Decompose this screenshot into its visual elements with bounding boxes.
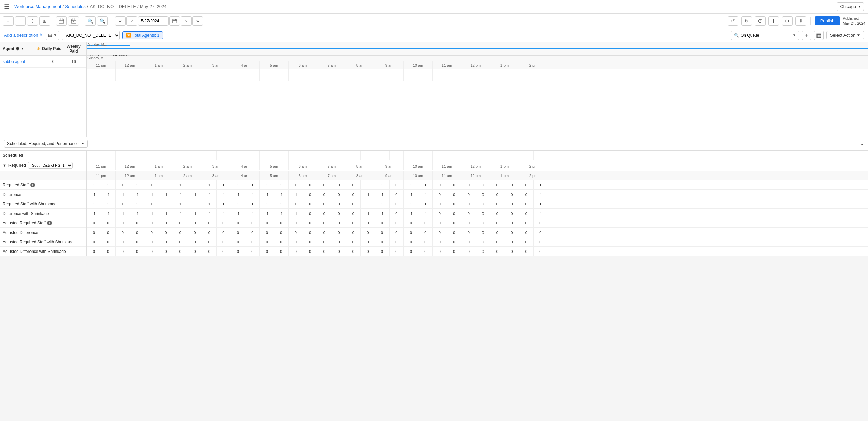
cell-r7-c5: 0	[159, 247, 174, 256]
cell-r4-c1: 0	[101, 218, 116, 227]
queue-search-input[interactable]	[741, 33, 791, 38]
cell-r2-c18: 0	[346, 199, 361, 208]
cell-r7-c20: 0	[375, 247, 390, 256]
breadcrumb-schedule-name: AK_DO_NOT_DELETE	[90, 4, 136, 9]
cell-r4-c0: 0	[87, 218, 101, 227]
breadcrumb: Workforce Management / Schedules / AK_DO…	[14, 4, 835, 9]
sched-cell	[245, 151, 260, 160]
more-button[interactable]: ⋮	[27, 16, 38, 26]
tc-9am	[375, 69, 404, 81]
queue-search[interactable]: 🔍 ▼	[731, 31, 799, 40]
filter-button[interactable]: 🔽 Total Agents: 1	[122, 31, 163, 39]
time-slots-container: Sunday, M... 11 pm 12 am 1 am 2 am 3 am …	[87, 56, 868, 69]
info-button[interactable]: ℹ	[768, 16, 779, 26]
bottom-toolbar-right: ⋮ ⌄	[851, 140, 864, 147]
cell-r6-c28: 0	[490, 237, 505, 246]
download-button[interactable]: ⬇	[795, 16, 806, 26]
cell-r4-c26: 0	[461, 218, 476, 227]
cell-r5-c16: 0	[317, 228, 332, 237]
data-row-7: 00000000000000000000000000000000	[87, 247, 868, 256]
sunday-mini-label: Sunday, M...	[87, 56, 106, 60]
calendar-picker-button[interactable]	[169, 16, 180, 26]
cell-r6-c23: 0	[418, 237, 433, 246]
cell-r3-c14: -1	[289, 209, 303, 218]
cell-r3-c0: -1	[87, 209, 101, 218]
redo-button[interactable]: ↻	[741, 16, 752, 26]
cell-r6-c9: 0	[217, 237, 231, 246]
cell-r1-c12: -1	[260, 190, 274, 199]
sched-cell	[433, 151, 447, 160]
settings-button[interactable]: ⚙	[782, 16, 793, 26]
calendar2-button[interactable]	[68, 16, 79, 26]
add-description-button[interactable]: Add a description ✎	[4, 33, 43, 38]
bottom-time-slots-row: 11 pm12 am1 am2 am3 am4 am5 am6 am7 am8 …	[87, 171, 868, 180]
agent-name[interactable]: subbu agent	[3, 59, 43, 64]
cell-r6-c6: 0	[173, 237, 188, 246]
forward-button[interactable]: ›	[181, 16, 192, 26]
queue-dropdown-arrow[interactable]: ▼	[793, 33, 796, 37]
cell-r5-c10: 0	[231, 228, 245, 237]
cell-r2-c21: 0	[390, 199, 404, 208]
grid-view-button[interactable]: ⊞	[39, 16, 50, 26]
refresh-button[interactable]: ↺	[728, 16, 738, 26]
sched-cell	[231, 151, 245, 160]
view-selector[interactable]: ▤ ▼	[46, 31, 59, 40]
view-icon: ▤	[48, 33, 52, 38]
add-button[interactable]: +	[3, 16, 14, 26]
data-rows-container: 11111111111111100001101100000001-1-1-1-1…	[87, 180, 868, 256]
zoom-out-button[interactable]: 🔍	[97, 16, 108, 26]
dots-button[interactable]: ···	[15, 16, 26, 26]
breadcrumb-workforce[interactable]: Workforce Management	[14, 4, 61, 9]
cell-r4-c30: 0	[519, 218, 534, 227]
select-action-button[interactable]: Select Action ▼	[826, 31, 864, 39]
grid-toggle-button[interactable]: ▦	[814, 31, 824, 40]
cell-r7-c23: 0	[418, 247, 433, 256]
add-column-button[interactable]: +	[802, 31, 811, 40]
req-time-slot-0: 11 pm	[87, 159, 116, 170]
agent-dropdown-icon[interactable]: ▼	[21, 47, 24, 51]
sched-cell	[101, 151, 116, 160]
pg-selector[interactable]: South District PG_1	[28, 162, 73, 169]
bottom-collapse-icon[interactable]: ⌄	[860, 140, 864, 147]
date-input[interactable]: 5/27/2024	[138, 16, 169, 26]
cell-r1-c17: 0	[332, 190, 347, 199]
published-info: Published May 24, 2024	[843, 16, 865, 26]
skip-back-button[interactable]: «	[115, 16, 126, 26]
bottom-more-icon[interactable]: ⋮	[851, 140, 857, 147]
required-staff-info-icon[interactable]: i	[30, 183, 35, 187]
cell-r2-c25: 0	[447, 199, 462, 208]
calendar-button[interactable]	[56, 16, 67, 26]
back-button[interactable]: ‹	[126, 16, 137, 26]
main-toolbar: + ··· ⋮ ⊞ 🔍 🔍 « ‹ 5/27/2024	[0, 14, 868, 28]
cell-r2-c16: 0	[317, 199, 332, 208]
sched-cell	[159, 151, 174, 160]
agent-settings-icon[interactable]: ⚙	[16, 46, 19, 51]
sep1	[53, 17, 53, 25]
sep2	[82, 17, 82, 25]
time-slot-6am: 6 am	[289, 61, 317, 69]
menu-icon[interactable]: ☰	[4, 3, 9, 11]
cell-r7-c4: 0	[144, 247, 159, 256]
view-dropdown[interactable]: Scheduled, Required, and Performance ▼	[4, 140, 88, 148]
breadcrumb-date: May 27, 2024	[140, 4, 167, 9]
tc-6am	[289, 69, 317, 81]
schedule-selector[interactable]: AK3_DO_NOT_DELETE	[62, 31, 120, 40]
date-navigation: « ‹ 5/27/2024 › »	[115, 16, 203, 26]
history-button[interactable]: ⏱	[755, 16, 766, 26]
cell-r4-c12: 0	[260, 218, 274, 227]
data-row-3: -1-1-1-1-1-1-1-1-1-1-1-1-1-1-10000-1-10-…	[87, 209, 868, 218]
cell-r0-c4: 1	[144, 180, 159, 189]
zoom-in-button[interactable]: 🔍	[85, 16, 96, 26]
cell-r6-c10: 0	[231, 237, 245, 246]
skip-forward-button[interactable]: »	[192, 16, 203, 26]
req-time-slot-6: 5 am	[260, 159, 289, 170]
publish-button[interactable]: Publish	[815, 16, 840, 25]
adj-required-staff-info-icon[interactable]: i	[47, 221, 52, 225]
breadcrumb-schedules[interactable]: Schedules	[65, 4, 86, 9]
cell-r6-c4: 0	[144, 237, 159, 246]
tc-7am	[317, 69, 346, 81]
row-label-adj-required: Adjusted Required Staff i	[0, 218, 86, 228]
timezone-selector[interactable]: Chicago ▼	[837, 2, 864, 11]
cell-r0-c19: 1	[361, 180, 375, 189]
required-collapse-icon[interactable]: ▼	[3, 163, 6, 167]
